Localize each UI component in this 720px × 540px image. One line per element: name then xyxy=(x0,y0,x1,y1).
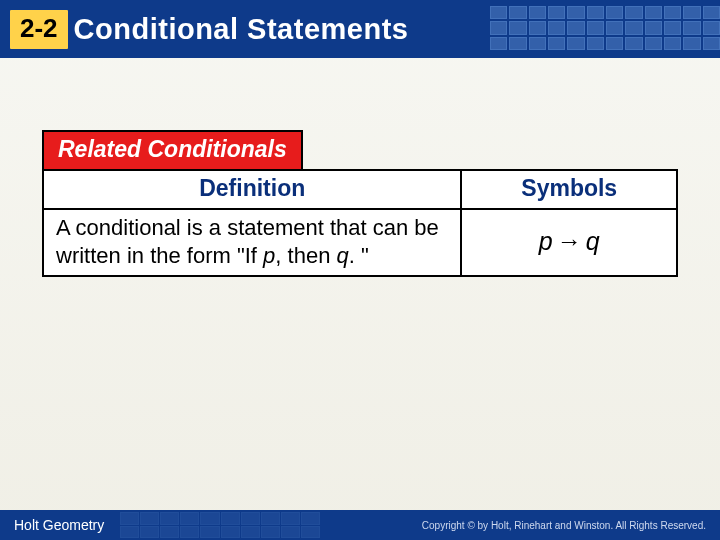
section-number-badge: 2-2 xyxy=(10,10,68,49)
definition-cell: A conditional is a statement that can be… xyxy=(43,209,461,276)
arrow-icon: → xyxy=(553,227,586,255)
symbols-cell: p→q xyxy=(461,209,677,276)
header-symbols: Symbols xyxy=(461,170,677,209)
definition-p: p xyxy=(263,243,275,268)
table-header-row: Definition Symbols xyxy=(43,170,677,209)
header-definition: Definition xyxy=(43,170,461,209)
copyright-text: Copyright © by Holt, Rinehart and Winsto… xyxy=(422,520,706,531)
book-name: Holt Geometry xyxy=(14,517,104,533)
slide-title: Conditional Statements xyxy=(74,13,409,46)
symbol-p: p xyxy=(539,227,553,255)
table-caption: Related Conditionals xyxy=(42,130,303,171)
definition-q: q xyxy=(337,243,349,268)
table-row: A conditional is a statement that can be… xyxy=(43,209,677,276)
definition-text-pre: A conditional is a statement that can be… xyxy=(56,215,439,268)
definition-text-mid: , then xyxy=(275,243,336,268)
slide-header: 2-2 Conditional Statements xyxy=(0,0,720,58)
definition-text-post: . " xyxy=(349,243,369,268)
slide-footer: Holt Geometry Copyright © by Holt, Rineh… xyxy=(0,510,720,540)
definition-table: Definition Symbols A conditional is a st… xyxy=(42,169,678,277)
symbol-q: q xyxy=(586,227,600,255)
slide-content: Related Conditionals Definition Symbols … xyxy=(0,58,720,277)
header-grid-decoration xyxy=(490,6,720,50)
footer-grid-decoration xyxy=(120,512,320,538)
